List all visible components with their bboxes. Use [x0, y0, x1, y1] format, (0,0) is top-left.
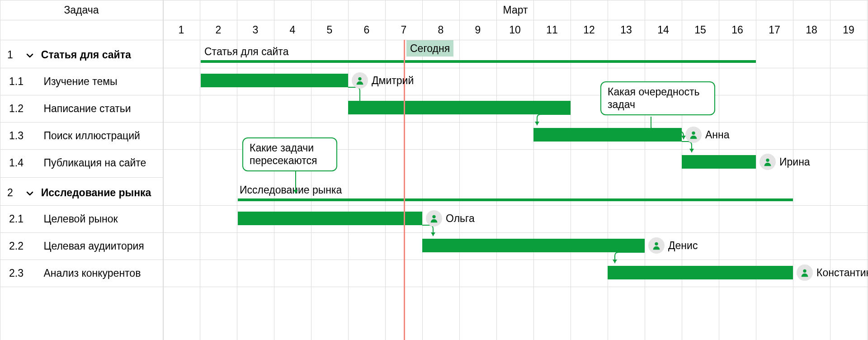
assignee-denis: Денис	[668, 237, 698, 254]
avatar-denis[interactable]	[648, 237, 665, 254]
assignee-anna: Анна	[705, 127, 730, 143]
avatar-olga[interactable]	[426, 210, 442, 227]
svg-point-2	[766, 159, 769, 162]
avatar-dmitry[interactable]	[352, 72, 368, 89]
avatar-irina[interactable]	[760, 154, 776, 170]
callout-order: Какая очередность задач	[600, 81, 715, 115]
svg-point-5	[803, 269, 806, 273]
assignee-irina: Ирина	[779, 154, 810, 170]
callout-overlap: Какие задачи пересекаются	[242, 137, 337, 171]
assignee-dmitry: Дмитрий	[372, 72, 414, 89]
avatar-anna[interactable]	[685, 127, 702, 143]
svg-point-1	[692, 132, 695, 135]
svg-point-4	[655, 242, 658, 246]
avatar-konstantin[interactable]	[797, 264, 813, 281]
svg-point-3	[432, 215, 435, 218]
today-chip: Сегодня	[406, 40, 453, 57]
assignee-konstantin: Константин	[816, 264, 868, 281]
svg-point-0	[358, 77, 361, 80]
assignee-olga: Ольга	[446, 210, 475, 227]
